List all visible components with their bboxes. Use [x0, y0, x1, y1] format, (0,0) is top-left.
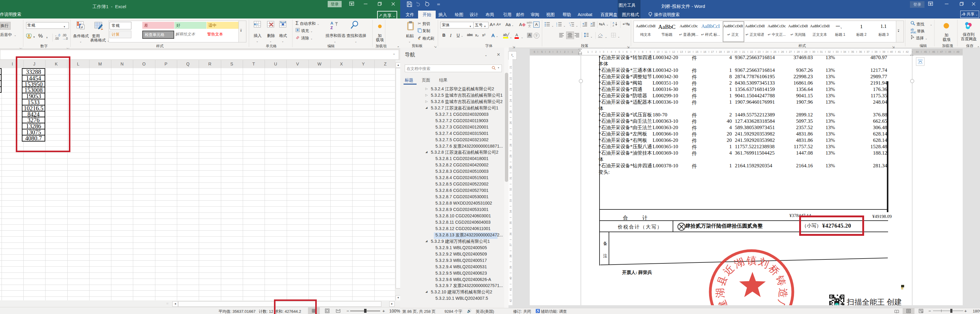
svg-text:桥: 桥	[767, 262, 781, 278]
svg-text:湖: 湖	[732, 256, 746, 270]
svg-text:铸: 铸	[774, 274, 788, 287]
svg-text:近: 近	[722, 263, 737, 278]
svg-text:3: 3	[557, 25, 557, 27]
svg-text:Z: Z	[612, 24, 614, 26]
svg-text:i: i	[570, 25, 571, 27]
svg-text:县: 县	[716, 274, 729, 287]
svg-text:湖: 湖	[714, 288, 726, 298]
svg-text:≠: ≠	[81, 25, 83, 29]
svg-text:A: A	[331, 21, 333, 25]
svg-text:镇: 镇	[747, 255, 757, 266]
svg-text:刘: 刘	[757, 256, 770, 270]
svg-text:A: A	[612, 22, 614, 24]
svg-text:造: 造	[777, 288, 789, 298]
svg-text:Z: Z	[331, 25, 333, 30]
